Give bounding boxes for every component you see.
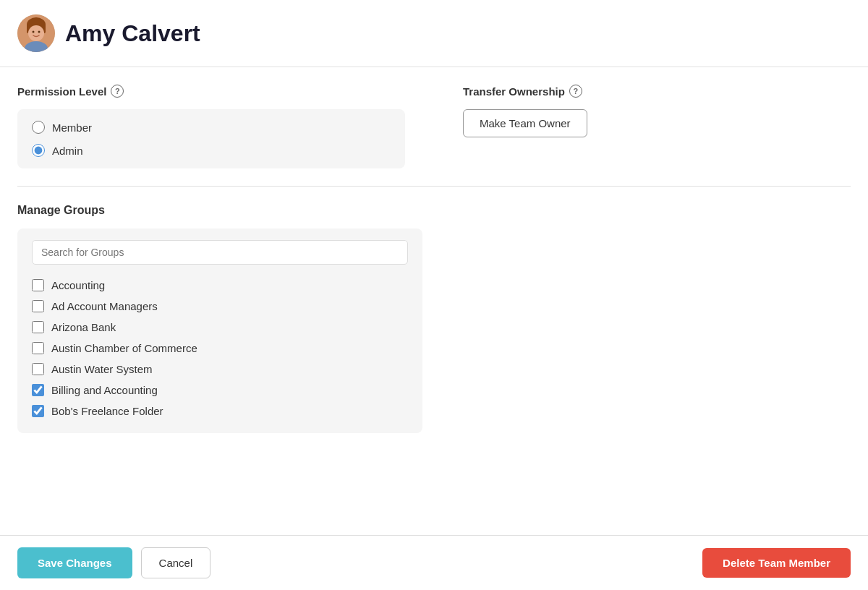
group-austin-chamber-checkbox[interactable] [32, 342, 44, 354]
group-bobs-freelance[interactable]: Bob's Freelance Folder [32, 401, 408, 422]
permission-member-option[interactable]: Member [32, 121, 391, 134]
svg-point-5 [33, 31, 35, 33]
page-footer: Save Changes Cancel Delete Team Member [0, 535, 868, 590]
group-bobs-freelance-checkbox[interactable] [32, 405, 44, 417]
group-ad-account-managers-label: Ad Account Managers [51, 300, 158, 312]
group-austin-chamber[interactable]: Austin Chamber of Commerce [32, 338, 408, 359]
permission-member-radio[interactable] [32, 121, 45, 134]
page-header: Amy Calvert [0, 0, 868, 67]
permission-member-label: Member [52, 121, 92, 134]
delete-team-member-button[interactable]: Delete Team Member [702, 548, 851, 578]
group-arizona-bank-label: Arizona Bank [51, 321, 116, 333]
make-team-owner-button[interactable]: Make Team Owner [463, 109, 587, 137]
group-austin-chamber-label: Austin Chamber of Commerce [51, 342, 197, 354]
permission-help-icon[interactable]: ? [111, 85, 124, 98]
permission-admin-label: Admin [52, 145, 83, 157]
manage-groups-section: Manage Groups Accounting Ad Account Mana… [17, 204, 851, 433]
group-accounting-label: Accounting [51, 279, 105, 291]
permission-admin-option[interactable]: Admin [32, 144, 391, 157]
groups-box: Accounting Ad Account Managers Arizona B… [17, 228, 422, 433]
permission-radio-group: Member Admin [17, 109, 405, 168]
group-billing-accounting-checkbox[interactable] [32, 384, 44, 396]
group-arizona-bank-checkbox[interactable] [32, 321, 44, 333]
transfer-section: Transfer Ownership ? Make Team Owner [434, 85, 851, 168]
cancel-button[interactable]: Cancel [141, 547, 211, 578]
group-ad-account-managers-checkbox[interactable] [32, 300, 44, 312]
search-groups-input[interactable] [32, 240, 408, 265]
manage-groups-label: Manage Groups [17, 204, 851, 217]
footer-left-actions: Save Changes Cancel [17, 547, 210, 578]
svg-point-6 [38, 31, 41, 33]
group-accounting[interactable]: Accounting [32, 275, 408, 296]
group-billing-accounting-label: Billing and Accounting [51, 384, 158, 396]
group-arizona-bank[interactable]: Arizona Bank [32, 317, 408, 338]
group-austin-water-label: Austin Water System [51, 363, 152, 375]
group-bobs-freelance-label: Bob's Freelance Folder [51, 405, 163, 417]
permission-section: Permission Level ? Member Admin [17, 85, 405, 168]
transfer-help-icon[interactable]: ? [569, 85, 582, 98]
top-section: Permission Level ? Member Admin Transfer… [17, 85, 851, 187]
group-ad-account-managers[interactable]: Ad Account Managers [32, 296, 408, 317]
permission-admin-radio[interactable] [32, 144, 45, 157]
group-billing-accounting[interactable]: Billing and Accounting [32, 380, 408, 401]
save-changes-button[interactable]: Save Changes [17, 547, 132, 578]
page-title: Amy Calvert [65, 20, 200, 47]
transfer-label: Transfer Ownership ? [463, 85, 851, 98]
svg-point-4 [28, 25, 44, 41]
group-austin-water-checkbox[interactable] [32, 363, 44, 375]
group-austin-water[interactable]: Austin Water System [32, 359, 408, 380]
avatar [17, 14, 55, 52]
group-accounting-checkbox[interactable] [32, 279, 44, 291]
permission-label: Permission Level ? [17, 85, 405, 98]
main-content: Permission Level ? Member Admin Transfer… [0, 67, 868, 450]
